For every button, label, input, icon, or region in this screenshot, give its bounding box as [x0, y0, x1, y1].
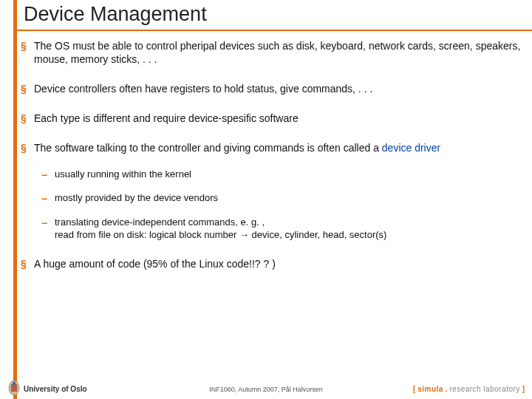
slide-body: The OS must be able to control pheripal …	[21, 40, 523, 287]
footer-right-brand: [ simula . research laboratory ]	[413, 385, 525, 393]
bullet-item: Device controllers often have registers …	[21, 83, 523, 96]
brand-name: simula	[417, 385, 443, 393]
sub-bullet-item: mostly provided by the device vendors	[41, 192, 523, 205]
bracket-close: ]	[520, 385, 525, 393]
title-underline	[17, 30, 532, 31]
sub-bullet-item: usually running within the kernel	[41, 168, 523, 181]
brand-suffix: research laboratory	[449, 385, 520, 393]
bullet-item: The software talking to the controller a…	[21, 142, 523, 242]
svg-rect-2	[13, 382, 16, 385]
brand-dot: .	[443, 385, 449, 393]
emphasis-term: device driver	[382, 142, 440, 154]
bullet-item: A huge amount of code (95% of the Linux …	[21, 258, 523, 271]
bullet-text: A huge amount of code (95% of the Linux …	[34, 258, 276, 270]
bullet-item: Each type is different and require devic…	[21, 112, 523, 126]
bullet-text: The OS must be able to control pheripal …	[34, 40, 520, 65]
sub-bullet-item: translating device-independent commands,…	[41, 216, 523, 242]
bullet-item: The OS must be able to control pheripal …	[21, 40, 523, 66]
bullet-text: Device controllers often have registers …	[34, 83, 372, 95]
sub-bullet-text: mostly provided by the device vendors	[55, 192, 218, 203]
footer: University of Oslo INF1060, Autumn 2007,…	[0, 377, 532, 399]
sub-bullet-text: translating device-independent commands,…	[55, 216, 386, 240]
bullet-text: Each type is different and require devic…	[34, 112, 299, 124]
sub-bullet-text: usually running within the kernel	[55, 168, 191, 180]
slide-title: Device Management	[24, 3, 207, 26]
bullet-text: The software talking to the controller a…	[34, 142, 382, 154]
accent-vertical-rule	[13, 0, 17, 399]
